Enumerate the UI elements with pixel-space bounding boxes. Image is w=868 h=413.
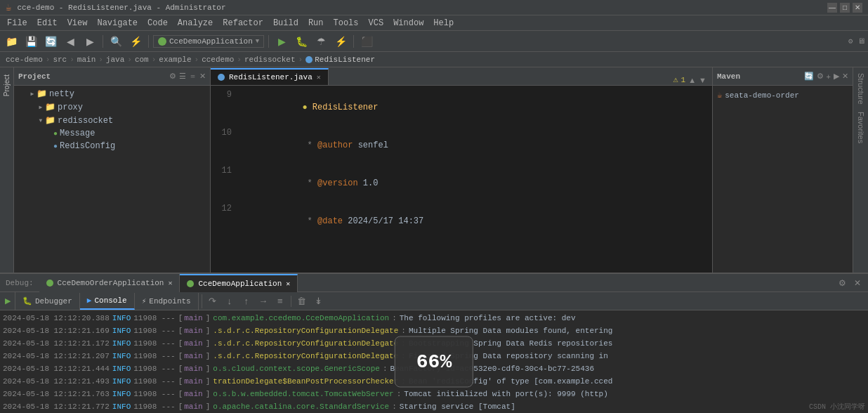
log-level-5: INFO — [112, 375, 131, 388]
profile-button[interactable]: ⚡ — [332, 34, 349, 49]
project-close-button[interactable]: ✕ — [199, 71, 206, 81]
debug-evaluate-button[interactable]: ≡ — [272, 294, 288, 308]
maven-refresh-button[interactable]: 🔄 — [804, 72, 814, 81]
line-content-12: * @date 2024/5/17 14:37 — [239, 202, 712, 240]
menu-help[interactable]: Help — [429, 17, 458, 29]
project-collapse-button[interactable]: ＝ — [189, 71, 197, 81]
stop-button[interactable]: ⬛ — [358, 34, 375, 49]
file-icon — [305, 56, 313, 63]
run-config-selector[interactable]: CceDemoApplication ▼ — [153, 35, 264, 48]
project-layout-button[interactable]: ☰ — [179, 71, 186, 81]
run-button[interactable]: ▶ — [273, 34, 290, 49]
run-config-icon — [158, 37, 166, 46]
debug-tab-order-close[interactable]: ✕ — [168, 279, 172, 287]
back-button[interactable]: ◀ — [62, 34, 79, 49]
menu-run[interactable]: Run — [304, 17, 328, 29]
menu-tools[interactable]: Tools — [329, 17, 363, 29]
nav-button-2[interactable]: ⚡ — [127, 34, 144, 49]
log-pid-5: 11908 --- — [133, 375, 175, 388]
menu-build[interactable]: Build — [269, 17, 303, 29]
log-ts-4: 2024-05-18 12:12:21.444 — [3, 362, 110, 375]
debug-resume-button[interactable]: ▶ — [5, 296, 11, 306]
favorites-sidebar-btn[interactable]: Favorites — [855, 109, 867, 146]
menu-refactor[interactable]: Refactor — [218, 17, 268, 29]
tree-item-message[interactable]: ● Message — [14, 127, 210, 140]
menu-window[interactable]: Window — [389, 17, 428, 29]
menu-file[interactable]: File — [3, 17, 32, 29]
debug-tab-order[interactable]: CceDemoOrderApplication ✕ — [39, 274, 180, 292]
maven-settings-button[interactable]: ⚙ — [817, 72, 824, 81]
menu-analyze[interactable]: Analyze — [173, 17, 217, 29]
breadcrumb-example[interactable]: example — [159, 55, 191, 64]
sub-tab-endpoints[interactable]: ⚡ Endpoints — [135, 293, 199, 310]
minimize-button[interactable]: — — [827, 3, 837, 13]
project-settings-button[interactable]: ⚙ — [169, 71, 176, 81]
debug-button[interactable]: 🐛 — [293, 34, 310, 49]
warning-up-button[interactable]: ▲ — [688, 76, 696, 84]
coverage-button[interactable]: ☂ — [313, 34, 329, 49]
tree-item-proxy[interactable]: ▶ 📁 proxy — [14, 100, 210, 114]
warning-down-button[interactable]: ▼ — [699, 76, 706, 84]
log-pid-1: 11908 --- — [133, 324, 175, 337]
folder-icon-proxy: 📁 — [45, 102, 55, 112]
chevron-right-icon-proxy: ▶ — [37, 103, 45, 112]
chevron-down-icon-redis: ▼ — [37, 117, 45, 125]
code-line-12: 12 * @date 2024/5/17 14:37 — [211, 202, 712, 240]
sidebar-project-tab[interactable]: Project — [1, 70, 12, 100]
debug-step-out-button[interactable]: ↑ — [239, 294, 254, 308]
maven-close-button[interactable]: ✕ — [842, 72, 848, 81]
progress-overlay: 66% — [395, 336, 473, 388]
debug-run-cursor-button[interactable]: → — [256, 294, 271, 308]
forward-button[interactable]: ▶ — [81, 34, 98, 49]
debug-clear-button[interactable]: 🗑 — [294, 294, 310, 308]
breadcrumb-file[interactable]: RedisListener — [305, 55, 375, 64]
breadcrumb-main[interactable]: main — [77, 55, 96, 64]
tree-item-redissocket[interactable]: ▼ 📁 redissocket — [14, 114, 210, 127]
log-pid-0: 11908 --- — [133, 312, 175, 324]
folder-icon: 📁 — [37, 88, 47, 99]
tab-redis-listener[interactable]: RedisListener.java ✕ — [211, 68, 329, 85]
debug-settings-button[interactable]: ⚙ — [836, 277, 848, 289]
menu-edit[interactable]: Edit — [33, 17, 62, 29]
tree-item-netty[interactable]: ▶ 📁 netty — [14, 87, 210, 100]
menu-view[interactable]: View — [63, 17, 92, 29]
debug-scroll-end-button[interactable]: ↡ — [311, 294, 327, 308]
maven-add-button[interactable]: + — [827, 72, 831, 81]
tree-item-redisconfig[interactable]: ● RedisConfig — [14, 140, 210, 152]
maven-module-icon: ☕ — [717, 90, 722, 100]
maximize-button[interactable]: □ — [840, 3, 850, 13]
breadcrumb-ccedemo[interactable]: ccedemo — [202, 55, 234, 64]
nav-button[interactable]: 🔍 — [107, 34, 124, 49]
breadcrumb-com[interactable]: com — [135, 55, 149, 64]
debug-panel-close-button[interactable]: ✕ — [851, 277, 864, 289]
tab-close-button[interactable]: ✕ — [317, 73, 321, 81]
log-ts-2: 2024-05-18 12:12:21.172 — [3, 337, 110, 350]
debug-step-into-button[interactable]: ↓ — [222, 294, 237, 308]
close-button[interactable]: ✕ — [853, 3, 862, 13]
menu-bar: File Edit View Navigate Code Analyze Ref… — [0, 15, 868, 31]
debugger-icon: 🐛 — [22, 296, 32, 306]
log-area[interactable]: 2024-05-18 12:12:20.388 INFO 11908 --- [… — [0, 310, 868, 413]
menu-navigate[interactable]: Navigate — [93, 17, 142, 29]
maven-item-seata[interactable]: ☕ seata-demo-order — [716, 88, 850, 102]
debug-tab-cce-close[interactable]: ✕ — [286, 280, 290, 288]
structure-sidebar-btn[interactable]: Structure — [855, 70, 867, 107]
menu-vcs[interactable]: VCS — [364, 17, 388, 29]
breadcrumb-project[interactable]: cce-demo — [6, 55, 43, 64]
breadcrumb-redissocket[interactable]: redissocket — [244, 55, 296, 64]
breadcrumb-src[interactable]: src — [53, 55, 67, 64]
debug-tab-cce[interactable]: CceDemoApplication ✕ — [180, 274, 298, 292]
open-folder-button[interactable]: 📁 — [3, 34, 20, 49]
sub-tab-console[interactable]: ▶ Console — [80, 293, 135, 310]
breadcrumb-java[interactable]: java — [106, 55, 124, 64]
save-button[interactable]: 💾 — [22, 34, 39, 49]
log-class-6: o.s.b.w.embedded.tomcat.TomcatWebServer — [213, 388, 393, 400]
tree-item-redissocket-label: redissocket — [58, 116, 113, 126]
maven-execute-button[interactable]: ▶ — [834, 72, 839, 81]
maven-item-seata-label: seata-demo-order — [725, 91, 799, 100]
sub-tab-debugger[interactable]: 🐛 Debugger — [15, 293, 80, 310]
menu-code[interactable]: Code — [143, 17, 172, 29]
debug-step-over-button[interactable]: ↷ — [205, 294, 221, 308]
log-ts-1: 2024-05-18 12:12:21.169 — [3, 324, 110, 337]
sync-button[interactable]: 🔄 — [42, 34, 59, 49]
